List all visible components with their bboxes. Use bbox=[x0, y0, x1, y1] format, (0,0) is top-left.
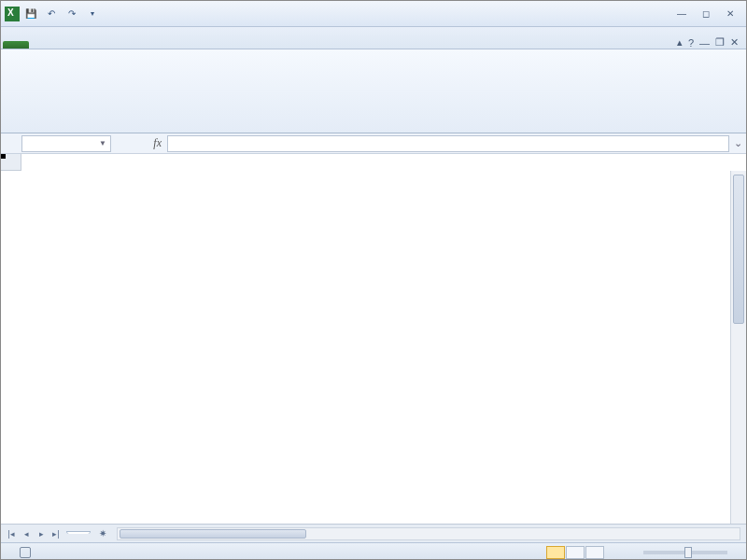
new-sheet-icon[interactable]: ✷ bbox=[94, 527, 111, 540]
grid[interactable] bbox=[1, 154, 746, 524]
ribbon bbox=[1, 49, 746, 133]
sheet-tab-bar: |◂ ◂ ▸ ▸| ✷ bbox=[1, 524, 746, 542]
select-all-corner[interactable] bbox=[1, 154, 21, 171]
file-tab[interactable] bbox=[3, 41, 29, 49]
formula-expand-icon[interactable]: ⌄ bbox=[729, 137, 746, 149]
doc-close-button[interactable]: ✕ bbox=[730, 36, 739, 49]
sheet-tab[interactable] bbox=[66, 531, 91, 534]
ribbon-minimize-icon[interactable]: ▴ bbox=[677, 36, 683, 49]
sheet-nav-first-icon[interactable]: |◂ bbox=[5, 529, 18, 539]
sheet-nav-prev-icon[interactable]: ◂ bbox=[20, 529, 33, 539]
minimize-button[interactable]: — bbox=[671, 7, 692, 21]
close-button[interactable]: ✕ bbox=[720, 7, 740, 21]
formula-bar-row: ▼ fx ⌄ bbox=[1, 133, 746, 154]
doc-restore-button[interactable]: ❐ bbox=[715, 36, 725, 49]
view-normal-button[interactable] bbox=[546, 546, 565, 559]
name-box[interactable]: ▼ bbox=[21, 135, 111, 152]
view-page-break-button[interactable] bbox=[585, 546, 604, 559]
sheet-nav-next-icon[interactable]: ▸ bbox=[35, 529, 48, 539]
fx-icon[interactable]: fx bbox=[153, 136, 162, 150]
maximize-button[interactable]: ◻ bbox=[696, 7, 716, 21]
macro-record-icon[interactable] bbox=[20, 547, 31, 558]
help-icon[interactable]: ? bbox=[688, 37, 694, 49]
excel-logo-icon bbox=[5, 7, 20, 21]
qat-undo-icon[interactable]: ↶ bbox=[42, 5, 61, 23]
zoom-slider[interactable] bbox=[643, 551, 727, 554]
horizontal-scroll-thumb[interactable] bbox=[120, 529, 306, 539]
sheet-nav-last-icon[interactable]: ▸| bbox=[49, 529, 63, 539]
ribbon-tabstrip: ▴ ? — ❐ ✕ bbox=[1, 27, 746, 49]
qat-save-icon[interactable]: 💾 bbox=[21, 5, 40, 23]
horizontal-scrollbar[interactable] bbox=[117, 527, 740, 540]
qat-customize-icon[interactable]: ▾ bbox=[83, 5, 102, 23]
name-box-dropdown-icon[interactable]: ▼ bbox=[99, 139, 106, 147]
vertical-scroll-thumb[interactable] bbox=[733, 175, 744, 324]
doc-minimize-button[interactable]: — bbox=[699, 37, 710, 49]
zoom-thumb[interactable] bbox=[684, 547, 692, 558]
status-bar bbox=[1, 542, 746, 560]
vertical-scrollbar[interactable] bbox=[730, 171, 746, 524]
view-page-layout-button[interactable] bbox=[566, 546, 585, 559]
qat-redo-icon[interactable]: ↷ bbox=[63, 5, 81, 23]
title-bar: 💾 ↶ ↷ ▾ — ◻ ✕ bbox=[1, 1, 746, 27]
formula-bar[interactable] bbox=[167, 135, 729, 152]
